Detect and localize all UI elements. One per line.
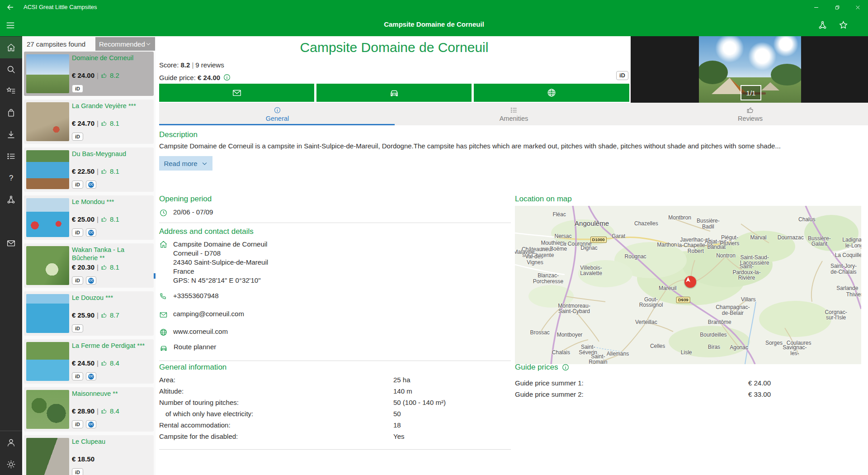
campsite-list-panel: 27 campsites found Recommended Domaine d… <box>22 36 156 475</box>
info-label: Area: <box>159 376 175 384</box>
sidebar-item-bag[interactable] <box>0 102 22 124</box>
address-line: 24340 Saint-Sulpice-de-Mareuil <box>173 258 268 267</box>
chevron-down-icon <box>201 160 208 167</box>
campsite-badges: iDCC <box>72 276 96 285</box>
campsite-marker-arrow-icon <box>684 276 692 283</box>
website-button[interactable] <box>474 84 629 102</box>
campsite-list-item[interactable]: Le Douzou ***€ 25.90|8.7iD <box>24 291 154 336</box>
thumbs-up-icon <box>101 72 108 79</box>
campsite-list-item[interactable]: Wakan Tanka - La Bûcherie **€ 20.30|8.1i… <box>24 243 154 288</box>
campsite-thumbnail <box>26 390 69 429</box>
map-place-label: Corgnac-sur-l'Isle <box>825 309 847 321</box>
sidebar-item-home[interactable] <box>0 37 22 58</box>
sidebar-item-help[interactable] <box>0 167 22 189</box>
id-badge: iD <box>72 276 83 285</box>
cc-disc: CC <box>88 422 94 428</box>
campsite-price-rating: € 20.30|8.1 <box>72 263 119 271</box>
details-icon <box>6 152 16 161</box>
divider <box>159 449 511 450</box>
campsite-detail-title: Campsite Domaine de Corneuil <box>159 40 629 55</box>
map-place-label: Val-des-Vignes <box>525 254 545 265</box>
campsite-badges: iDCC <box>72 420 96 428</box>
sidebar-item-account[interactable] <box>0 432 22 453</box>
map-place-label: Villars <box>741 296 755 302</box>
map-place-label: Bussière-Badil <box>697 218 720 230</box>
share-icon[interactable] <box>818 20 827 30</box>
restore-button[interactable] <box>826 0 847 14</box>
campsite-list-item[interactable]: Du Bas-Meygnaud€ 22.50|8.1iDCC <box>24 147 154 192</box>
sidebar-item-share[interactable] <box>0 189 22 210</box>
active-tab-underline <box>159 124 395 125</box>
back-button[interactable] <box>6 3 14 11</box>
address-line: France <box>173 267 268 276</box>
close-button[interactable] <box>847 0 868 14</box>
divider <box>159 223 511 223</box>
phone-number: +33553607948 <box>173 292 219 299</box>
campsite-list-item[interactable]: Le Clupeau€ 18.50iD <box>24 435 154 475</box>
bag-icon <box>6 108 16 118</box>
map-place-label: Piégut-Pluviers <box>720 235 740 246</box>
map-marker[interactable] <box>684 276 696 288</box>
campsite-thumbnail <box>26 294 69 333</box>
location-map[interactable]: FléacAngoulêmeChazellesMontbronBussière-… <box>515 206 861 364</box>
website-row[interactable]: www.corneuil.com <box>159 328 228 337</box>
campsite-name: Du Bas-Meygnaud <box>72 150 151 158</box>
map-place-label: Rougnac <box>625 254 646 260</box>
sidebar-item-mail[interactable] <box>0 232 22 254</box>
sidebar-item-search[interactable] <box>0 58 22 80</box>
list-scrollbar-thumb[interactable] <box>154 273 156 279</box>
sort-dropdown[interactable]: Recommended <box>95 37 155 51</box>
campsite-list-item[interactable]: La Grande Veyière ***€ 24.70|8.1iD <box>24 100 154 144</box>
sidebar-item-favorites[interactable] <box>0 80 22 102</box>
campsite-name: Maisonneuve ** <box>72 390 151 398</box>
sidebar-item-download[interactable] <box>0 124 22 145</box>
cc-disc: CC <box>88 278 94 284</box>
minimize-button[interactable] <box>806 0 826 14</box>
info-icon[interactable] <box>561 363 570 371</box>
thumbs-up-icon <box>101 408 108 414</box>
info-label: Number of touring pitches: <box>159 399 239 406</box>
campsite-list-item[interactable]: La Ferme de Perdigat ***€ 24.50|8.4iDCC <box>24 339 154 384</box>
campsite-list-item[interactable]: Domaine de Corneuil€ 24.00|8.2iD <box>24 52 154 96</box>
sidebar-item-settings[interactable] <box>0 453 22 475</box>
cc-disc: CC <box>88 182 94 188</box>
map-place-label: Saint-Pardoux-la-Rivière <box>732 264 760 281</box>
info-icon[interactable] <box>223 73 231 81</box>
map-place-label: Celles <box>650 343 665 349</box>
chevron-down-icon <box>145 41 151 47</box>
guide-prices-heading-row: Guide prices <box>515 363 570 372</box>
map-place-label: Champagnac-de-Belair <box>716 304 750 316</box>
email-row[interactable]: camping@corneuil.com <box>159 310 244 319</box>
favorite-star-icon[interactable] <box>839 20 848 30</box>
tab-amenities[interactable]: Amenities <box>396 103 632 125</box>
results-count: 27 campsites found <box>27 40 85 48</box>
map-place-label: Brossac <box>530 330 549 336</box>
tab-general[interactable]: General <box>159 103 396 125</box>
sidebar-item-details[interactable] <box>0 145 22 167</box>
phone-row[interactable]: +33553607948 <box>159 292 219 301</box>
tab-reviews[interactable]: Reviews <box>632 103 868 125</box>
email-button[interactable] <box>159 84 314 102</box>
map-place-label: Villebois-Lavalette <box>580 265 602 276</box>
sidebar-item-community[interactable] <box>0 210 22 232</box>
read-more-button[interactable]: Read more <box>159 156 212 171</box>
campsite-badges: iD <box>72 324 83 332</box>
info-icon <box>274 106 281 114</box>
photo-strip: 1/1 <box>631 36 868 103</box>
id-badge: iD <box>72 324 83 332</box>
sidebar-divider <box>0 431 22 431</box>
campsite-list-item[interactable]: Maisonneuve **€ 28.90|8.4iDCC <box>24 387 154 432</box>
map-place-label: Blanzac-Porcheresse <box>533 273 563 284</box>
guide-price-label: Guide price summer 1: <box>515 379 584 387</box>
sidebar <box>0 36 22 475</box>
campsite-thumbnail <box>26 438 69 475</box>
campsite-price-rating: € 25.00|8.1 <box>72 215 119 223</box>
campsite-list-item[interactable]: Le Mondou ***€ 25.00|8.1iDCC <box>24 195 154 240</box>
campsite-badges: iD <box>72 133 83 141</box>
info-label: Altitude: <box>159 387 184 395</box>
opening-dates: 20/06 - 07/09 <box>173 208 213 216</box>
campsite-photo[interactable]: 1/1 <box>699 36 801 103</box>
route-planner-label: Route planner <box>174 343 216 351</box>
route-button[interactable] <box>316 84 472 102</box>
route-planner-row[interactable]: Route planner <box>159 343 216 352</box>
